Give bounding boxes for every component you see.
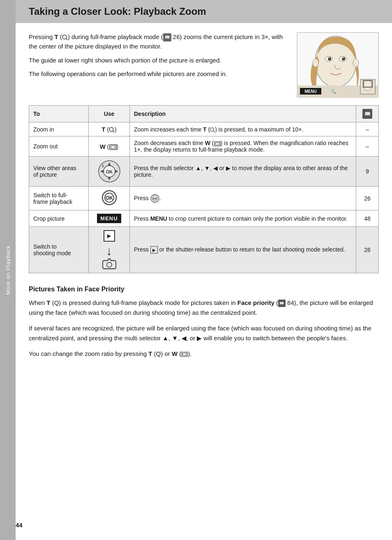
cell-desc-view-areas: Press the multi selector ▲, ▼, ◀ or ▶ to…	[130, 157, 356, 187]
svg-text:OK: OK	[106, 195, 113, 201]
svg-rect-23	[110, 145, 116, 150]
cell-use-zoom-in: T ()	[89, 122, 130, 136]
svg-text:OK: OK	[152, 197, 157, 200]
intro-para3: The following operations can be performe…	[29, 69, 288, 78]
w-key-zoom: W	[172, 350, 178, 357]
cell-desc-zoom-in: Zoom increases each time T () is pressed…	[130, 122, 356, 136]
cell-use-fullframe: OK	[89, 187, 130, 210]
face-priority-bold: Face priority	[238, 299, 274, 306]
t-key-inline: T	[203, 126, 207, 133]
table-header-use: Use	[89, 106, 130, 122]
svg-point-0	[62, 35, 67, 39]
cell-ref-shooting: 26	[356, 227, 379, 273]
svg-text:MENU: MENU	[304, 89, 316, 94]
menu-inline: MENU	[150, 215, 167, 222]
svg-point-10	[313, 59, 318, 67]
search-icon	[109, 127, 115, 133]
svg-point-41	[107, 262, 112, 267]
svg-point-17	[364, 80, 372, 91]
playback-inline-icon: ▶	[150, 246, 158, 254]
cell-desc-zoom-out: Zoom decreases each time W () is pressed…	[130, 136, 356, 157]
cell-use-zoom-out: W ( )	[89, 136, 130, 157]
w-key-inline: W	[205, 140, 210, 146]
table-row: Zoom out W ( ) Zoom decreases each time …	[29, 136, 379, 157]
ok-inline-icon: OK	[150, 194, 159, 203]
page-number: 44	[16, 522, 23, 528]
page-header: Taking a Closer Look: Playback Zoom	[16, 0, 392, 23]
cell-desc-shooting: Press ▶ or the shutter-release button to…	[130, 227, 356, 273]
shooting-mode-icons: ▶ ↓	[93, 230, 125, 270]
cell-to-crop: Crop picture	[29, 210, 89, 227]
svg-text:$: $	[102, 164, 104, 168]
table-header-desc: Description	[130, 106, 356, 122]
wide-icon-inline	[181, 352, 188, 357]
sidebar-label: More on Playback	[5, 245, 11, 295]
svg-text:🔍: 🔍	[330, 88, 336, 94]
t-key-face: T	[46, 299, 50, 306]
cell-desc-fullframe: Press OK .	[130, 187, 356, 210]
ref-icon-inline: 📖	[163, 33, 171, 42]
multi-selector-svg: OK $	[98, 160, 121, 183]
svg-rect-42	[182, 352, 187, 356]
main-content: Taking a Closer Look: Playback Zoom Pres…	[16, 0, 392, 381]
page-title: Taking a Closer Look: Playback Zoom	[29, 6, 379, 17]
table-row: Switch to full-frame playback OK Press O…	[29, 187, 379, 210]
cell-use-crop: MENU	[89, 210, 130, 227]
cell-to-view-areas: View other areasof picture	[29, 157, 89, 187]
cell-to-zoom-in: Zoom in	[29, 122, 89, 136]
shutter-release-icon	[101, 258, 118, 270]
w-key-label: W	[100, 143, 106, 150]
svg-rect-24	[111, 146, 115, 148]
intro-section: Pressing T () during full-frame playback…	[29, 32, 379, 98]
svg-line-20	[113, 131, 114, 132]
svg-point-11	[353, 59, 359, 67]
face-priority-para3: You can change the zoom ratio by pressin…	[29, 349, 379, 359]
cell-ref-zoom-out: –	[356, 136, 379, 157]
t-key-label: T	[101, 126, 105, 133]
svg-point-8	[342, 57, 345, 60]
sidebar: More on Playback	[0, 0, 16, 540]
table-header-to: To	[29, 106, 89, 122]
cell-ref-zoom-in: –	[356, 122, 379, 136]
intro-text: Pressing T () during full-frame playback…	[29, 32, 288, 98]
table-row: Crop picture MENU Press MENU to crop cur…	[29, 210, 379, 227]
key-T: T	[55, 33, 58, 40]
svg-point-6	[329, 58, 330, 58]
cell-to-zoom-out: Zoom out	[29, 136, 89, 157]
svg-rect-25	[214, 141, 220, 145]
cell-ref-fullframe: 26	[356, 187, 379, 210]
cell-ref-crop: 48	[356, 210, 379, 227]
face-priority-para1: When T (Q) is pressed during full-frame …	[29, 298, 379, 318]
cell-ref-view-areas: 9	[356, 157, 379, 187]
table-row: View other areasof picture OK	[29, 157, 379, 187]
svg-text:OK: OK	[106, 169, 113, 174]
table-row: Switch toshooting mode ▶ ↓	[29, 227, 379, 273]
cell-use-shooting: ▶ ↓	[89, 227, 130, 273]
arrow-down-icon: ↓	[106, 245, 112, 257]
menu-button-icon: MENU	[97, 214, 121, 223]
svg-point-9	[343, 58, 344, 58]
playback-button-icon: ▶	[104, 230, 115, 242]
table-header-ref: 📖	[356, 106, 379, 122]
svg-rect-43	[183, 353, 187, 355]
ok-button-icon: OK	[101, 190, 117, 205]
face-priority-title: Pictures Taken in Face Priority	[29, 286, 379, 293]
svg-point-5	[328, 57, 331, 60]
cell-desc-crop: Press MENU to crop current picture to co…	[130, 210, 356, 227]
face-priority-section: Pictures Taken in Face Priority When T (…	[29, 286, 379, 359]
intro-image: MENU 🔍	[297, 32, 379, 98]
svg-point-21	[210, 128, 214, 132]
zoom-table: To Use Description 📖 Zoom in T () Zoom i…	[29, 105, 379, 273]
camera-illustration: MENU 🔍	[297, 32, 379, 98]
face-priority-para2: If several faces are recognized, the pic…	[29, 323, 379, 343]
svg-point-19	[109, 127, 113, 132]
svg-line-1	[66, 39, 67, 40]
cell-use-view-areas: OK $	[89, 157, 130, 187]
svg-line-22	[214, 131, 215, 132]
multi-selector-icon: OK $	[93, 160, 125, 183]
ref-header-icon: 📖	[362, 109, 372, 119]
shutter-icon-group: ↓	[101, 245, 118, 270]
intro-para1: Pressing T () during full-frame playback…	[29, 32, 288, 51]
intro-para2: The guide at lower right shows which por…	[29, 55, 288, 65]
table-row: Zoom in T () Zoom increases each time T …	[29, 122, 379, 136]
